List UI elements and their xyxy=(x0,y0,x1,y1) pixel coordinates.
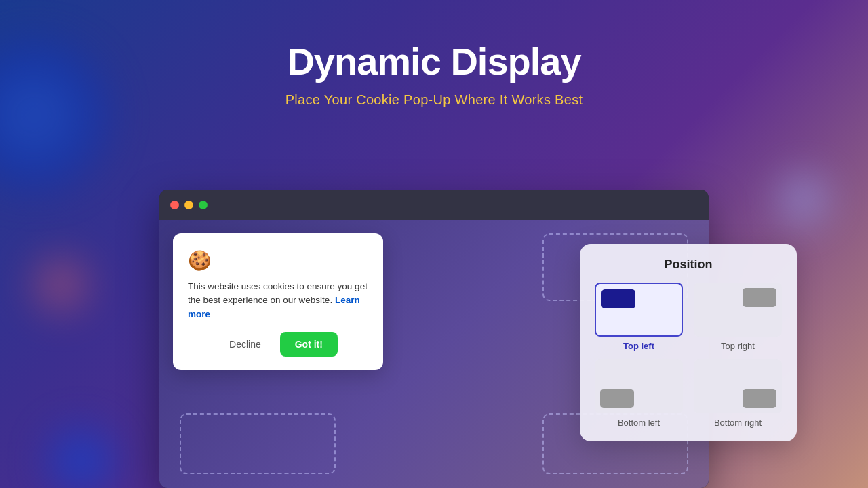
position-grid: Top left Top right Bottom left Bottom ri… xyxy=(593,283,783,428)
cookie-icon: 🍪 xyxy=(188,249,368,272)
position-preview-bottom-right xyxy=(694,359,782,413)
position-option-bottom-right[interactable]: Bottom right xyxy=(692,359,783,428)
decline-button[interactable]: Decline xyxy=(218,333,272,355)
position-indicator-top-right xyxy=(743,288,776,307)
position-panel-title: Position xyxy=(593,258,783,272)
position-panel: Position Top left Top right Bottom left xyxy=(580,244,797,441)
position-indicator-top-left xyxy=(601,289,635,308)
position-label-top-right: Top right xyxy=(721,341,755,351)
position-label-bottom-right: Bottom right xyxy=(714,418,762,428)
position-indicator-bottom-right xyxy=(743,389,776,408)
position-label-bottom-left: Bottom left xyxy=(618,418,660,428)
accept-button[interactable]: Got it! xyxy=(280,332,338,357)
position-option-top-right[interactable]: Top right xyxy=(692,283,783,351)
browser-bar xyxy=(159,190,709,220)
cookie-text: This website uses cookies to ensure you … xyxy=(188,280,368,321)
browser-dot-green xyxy=(199,201,208,209)
blob-blue-bottom-left xyxy=(47,427,115,488)
header: Dynamic Display Place Your Cookie Pop-Up… xyxy=(0,0,868,108)
position-label-top-left: Top left xyxy=(623,341,654,351)
placeholder-bottom-left xyxy=(180,413,336,474)
cookie-popup: 🍪 This website uses cookies to ensure yo… xyxy=(173,233,383,370)
page-title: Dynamic Display xyxy=(0,41,868,83)
position-option-bottom-left[interactable]: Bottom left xyxy=(593,359,684,428)
cookie-buttons: Decline Got it! xyxy=(188,332,368,357)
browser-dot-red xyxy=(170,201,179,209)
browser-dot-yellow xyxy=(184,201,193,209)
position-preview-bottom-left xyxy=(595,359,683,413)
blob-purple-right xyxy=(780,176,827,224)
page-subtitle: Place Your Cookie Pop-Up Where It Works … xyxy=(0,92,868,108)
blob-pink-left xyxy=(34,258,88,312)
position-indicator-bottom-left xyxy=(600,389,634,408)
position-preview-top-left xyxy=(595,283,683,337)
position-option-top-left[interactable]: Top left xyxy=(593,283,684,351)
position-preview-top-right xyxy=(694,283,782,337)
